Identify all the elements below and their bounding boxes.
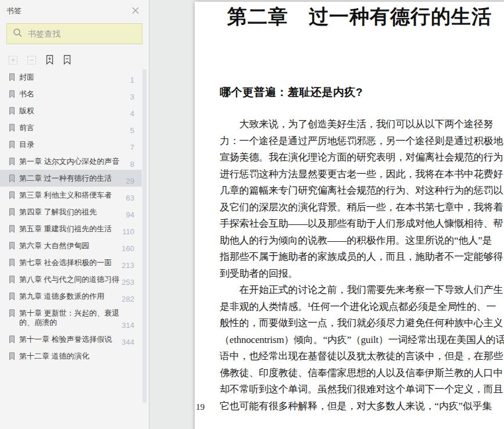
bookmark-page-number: 344 xyxy=(121,338,134,346)
bookmark-label: 第九章 道德多数派的作用 xyxy=(19,292,125,301)
delete-bookmark-button[interactable] xyxy=(63,55,72,67)
bookmark-icon xyxy=(9,191,15,202)
bookmark-page-number: 8 xyxy=(130,160,134,169)
bookmark-item-chapter-8[interactable]: 第八章 代与代之间的道德习得 253 xyxy=(0,271,142,288)
bookmark-item-title[interactable]: 书名 3 xyxy=(0,85,142,102)
add-bookmark-icon xyxy=(45,55,54,67)
collapse-all-icon xyxy=(27,55,37,67)
bookmark-item-copyright[interactable]: 版权 4 xyxy=(0,102,142,119)
bookmarks-toolbar xyxy=(0,44,149,69)
bookmark-icon xyxy=(9,90,15,101)
bookmark-label: 第五章 重建我们祖先的生活 xyxy=(19,224,125,234)
bookmark-item-chapter-5[interactable]: 第五章 重建我们祖先的生活 110 xyxy=(0,220,142,237)
bookmark-page-number: 7 xyxy=(130,143,134,152)
bookmark-page-number: 4 xyxy=(130,109,134,118)
document-page: 第二章 过一种有德行的生活 哪个更普遍：羞耻还是内疚? 大致来说，为了创造美好生… xyxy=(195,2,504,429)
bookmark-label: 第三章 利他主义和搭便车者 xyxy=(19,191,125,200)
bookmark-page-number: 314 xyxy=(121,321,134,330)
bookmark-item-chapter-11[interactable]: 第十一章 检验声誉选择假说 344 xyxy=(0,331,142,348)
bookmark-icon xyxy=(9,292,15,303)
close-panel-button[interactable] xyxy=(130,5,141,17)
bookmark-item-chapter-7[interactable]: 第七章 社会选择积极的一面 213 xyxy=(0,254,142,271)
bookmark-page-number: 110 xyxy=(122,227,134,236)
bookmark-icon xyxy=(9,73,15,84)
bookmark-icon xyxy=(9,107,15,117)
bookmark-label: 封面 xyxy=(19,73,125,82)
expand-all-button[interactable] xyxy=(8,55,18,67)
bookmark-label: 第四章 了解我们的祖先 xyxy=(19,208,125,217)
bookmarks-panel-header: 书签 xyxy=(0,0,149,22)
bookmark-icon xyxy=(9,225,15,235)
sidebar-scrollbar-thumb[interactable] xyxy=(142,69,146,403)
bookmark-item-chapter-9[interactable]: 第九章 道德多数派的作用 282 xyxy=(0,288,142,305)
page-number-label: 19 xyxy=(196,402,205,412)
bookmark-label: 目录 xyxy=(19,140,125,149)
bookmark-label: 版权 xyxy=(19,106,125,116)
bookmark-item-preface[interactable]: 前言 5 xyxy=(0,119,142,136)
bookmark-label: 第六章 大自然伊甸园 xyxy=(19,241,125,251)
bookmark-item-chapter-10[interactable]: 第十章 更新世：兴起的、衰退的、崩溃的 314 xyxy=(0,305,142,331)
bookmark-page-number: 1 xyxy=(130,76,134,84)
pdf-reader-window: 书签 xyxy=(0,0,504,429)
bookmark-page-number: 63 xyxy=(126,194,134,202)
bookmark-label: 第八章 代与代之间的道德习得 xyxy=(19,275,125,284)
paragraph-2: 在开始正式的讨论之前，我们需要先来考察一下导致人们产生 是非观的人类情感。¹任何… xyxy=(220,284,504,412)
bookmark-list: 封面 1 书名 3 版权 4 前言 5 目录 7 xyxy=(0,69,149,429)
bookmark-icon xyxy=(9,158,15,168)
bookmark-label: 第十一章 检验声誉选择假说 xyxy=(19,335,125,344)
bookmark-page-number: 5 xyxy=(130,126,134,135)
page-body-text: 大致来说，为了创造美好生活，我们可以从以下两个途径努 力：一个途径是通过严厉地惩… xyxy=(220,116,504,414)
bookmark-page-number: 282 xyxy=(121,295,134,303)
bookmark-label: 书名 xyxy=(19,90,125,99)
section-heading: 哪个更普遍：羞耻还是内疚? xyxy=(220,85,363,100)
bookmark-icon xyxy=(9,208,15,219)
bookmark-page-number: 213 xyxy=(121,261,134,270)
chapter-title: 第二章 过一种有德行的生活 xyxy=(227,4,492,30)
bookmark-search-box xyxy=(6,23,142,44)
bookmark-page-number: 94 xyxy=(126,210,134,219)
bookmark-label: 第十二章 道德的演化 xyxy=(19,352,125,361)
close-icon xyxy=(131,6,140,16)
bookmark-item-chapter-6[interactable]: 第六章 大自然伊甸园 160 xyxy=(0,237,142,254)
paragraph-1: 大致来说，为了创造美好生活，我们可以从以下两个途径努 力：一个途径是通过严厉地惩… xyxy=(220,119,503,279)
bookmark-label: 前言 xyxy=(19,123,125,133)
collapse-all-button[interactable] xyxy=(27,55,37,67)
bookmark-page-number: 160 xyxy=(121,244,134,253)
bookmark-icon xyxy=(9,309,15,320)
bookmark-icon xyxy=(9,141,15,151)
bookmark-page-number: 3 xyxy=(130,92,134,101)
bookmark-icon xyxy=(9,352,15,363)
bookmark-item-cover[interactable]: 封面 1 xyxy=(0,69,142,85)
bookmark-label: 第一章 达尔文内心深处的声音 xyxy=(19,157,125,166)
bookmark-icon xyxy=(9,335,15,346)
bookmark-label: 第二章 过一种有德行的生活 xyxy=(19,174,125,183)
bookmark-search-input[interactable] xyxy=(28,29,136,38)
bookmark-page-number: 29 xyxy=(126,177,134,185)
bookmark-icon xyxy=(9,174,15,185)
delete-bookmark-icon xyxy=(63,55,72,67)
expand-all-icon xyxy=(8,55,18,67)
document-view: 第二章 过一种有德行的生活 哪个更普遍：羞耻还是内疚? 大致来说，为了创造美好生… xyxy=(149,0,504,429)
bookmarks-panel: 书签 xyxy=(0,0,149,429)
bookmark-page-number: 253 xyxy=(121,278,134,287)
bookmark-item-chapter-4[interactable]: 第四章 了解我们的祖先 94 xyxy=(0,203,142,220)
panel-title: 书签 xyxy=(6,6,22,16)
bookmark-item-contents[interactable]: 目录 7 xyxy=(0,136,142,153)
bookmark-icon xyxy=(9,259,15,269)
add-bookmark-button[interactable] xyxy=(45,55,54,67)
bookmark-icon xyxy=(9,124,15,134)
bookmark-icon xyxy=(9,242,15,252)
bookmark-item-chapter-3[interactable]: 第三章 利他主义和搭便车者 63 xyxy=(0,187,142,203)
bookmark-icon xyxy=(9,276,15,286)
bookmark-item-chapter-12[interactable]: 第十二章 道德的演化 xyxy=(0,348,142,364)
bookmark-item-chapter-2-selected[interactable]: 第二章 过一种有德行的生活 29 xyxy=(0,170,142,187)
bookmark-label: 第七章 社会选择积极的一面 xyxy=(19,258,125,267)
bookmark-label: 第十章 更新世：兴起的、衰退的、崩溃的 xyxy=(19,309,125,327)
bookmark-item-chapter-1[interactable]: 第一章 达尔文内心深处的声音 8 xyxy=(0,153,142,170)
search-icon xyxy=(13,28,23,40)
